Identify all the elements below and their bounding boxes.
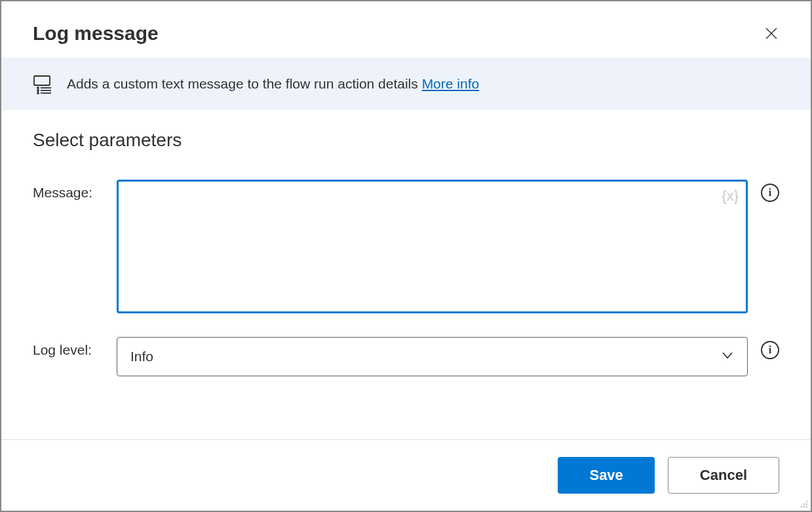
info-banner: Adds a custom text message to the flow r… bbox=[1, 58, 811, 110]
log-level-value: Info bbox=[130, 349, 153, 364]
log-action-icon bbox=[33, 73, 54, 94]
svg-point-14 bbox=[806, 506, 807, 507]
svg-point-12 bbox=[801, 506, 802, 507]
resize-grip-icon[interactable] bbox=[799, 499, 808, 508]
svg-point-6 bbox=[37, 87, 39, 89]
variable-picker-icon[interactable]: {x} bbox=[722, 187, 739, 205]
cancel-button[interactable]: Cancel bbox=[668, 457, 779, 494]
svg-point-10 bbox=[803, 503, 805, 505]
log-level-input-wrap: Info bbox=[117, 337, 748, 376]
close-icon[interactable] bbox=[764, 26, 779, 41]
save-button[interactable]: Save bbox=[558, 457, 654, 494]
dialog-content: Select parameters Message: {x} i Log lev… bbox=[1, 110, 811, 439]
svg-point-7 bbox=[37, 90, 39, 91]
log-level-row: Log level: Info i bbox=[33, 337, 779, 376]
svg-rect-2 bbox=[34, 76, 50, 85]
more-info-link[interactable]: More info bbox=[422, 76, 480, 91]
message-input-wrap: {x} bbox=[117, 180, 748, 316]
message-row: Message: {x} i bbox=[33, 180, 779, 316]
message-info-icon[interactable]: i bbox=[761, 184, 779, 202]
log-level-label: Log level: bbox=[33, 337, 104, 358]
message-label: Message: bbox=[33, 180, 104, 201]
svg-point-13 bbox=[803, 506, 805, 507]
svg-point-11 bbox=[806, 503, 807, 505]
log-level-select[interactable]: Info bbox=[117, 337, 748, 376]
banner-description: Adds a custom text message to the flow r… bbox=[67, 76, 422, 91]
banner-text: Adds a custom text message to the flow r… bbox=[67, 76, 479, 92]
dialog-footer: Save Cancel bbox=[1, 439, 811, 511]
log-level-info-icon[interactable]: i bbox=[761, 341, 779, 359]
dialog-title: Log message bbox=[33, 22, 159, 45]
svg-point-8 bbox=[37, 92, 39, 94]
message-input[interactable] bbox=[117, 180, 748, 313]
dialog-header: Log message bbox=[1, 1, 811, 58]
section-title: Select parameters bbox=[33, 130, 779, 151]
log-message-dialog: Log message Adds a custom text message t… bbox=[0, 0, 812, 512]
svg-point-9 bbox=[806, 501, 807, 502]
